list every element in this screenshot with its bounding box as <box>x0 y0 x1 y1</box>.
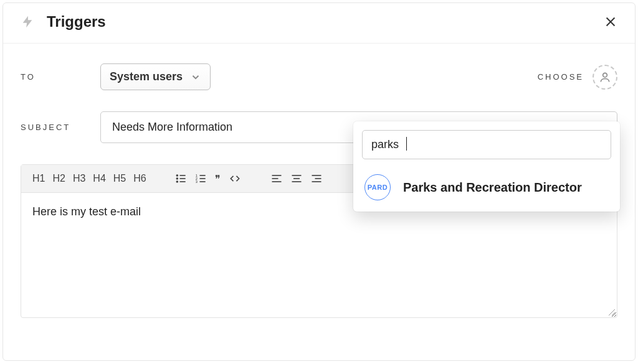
heading-5-button[interactable]: H5 <box>111 172 128 185</box>
heading-1-button[interactable]: H1 <box>30 172 47 185</box>
svg-point-3 <box>176 178 178 179</box>
user-search-result[interactable]: PARD Parks and Recreation Director <box>362 173 611 202</box>
code-button[interactable] <box>226 171 244 186</box>
numbered-list-button[interactable]: 123 <box>193 171 210 186</box>
svg-text:3: 3 <box>196 180 198 184</box>
result-label: Parks and Recreation Director <box>403 180 582 195</box>
heading-6-button[interactable]: H6 <box>131 172 148 185</box>
to-dropdown[interactable]: System users <box>100 63 211 90</box>
svg-point-5 <box>176 181 178 182</box>
result-avatar-badge: PARD <box>364 174 391 200</box>
user-search-popover: PARD Parks and Recreation Director <box>353 121 620 212</box>
subject-label: SUBJECT <box>21 123 100 132</box>
close-icon[interactable] <box>604 15 617 29</box>
svg-point-0 <box>603 73 607 77</box>
heading-3-button[interactable]: H3 <box>70 172 88 185</box>
panel-header: Triggers <box>3 3 635 44</box>
user-search-input[interactable] <box>362 130 611 159</box>
heading-4-button[interactable]: H4 <box>90 172 108 185</box>
heading-2-button[interactable]: H2 <box>50 172 67 185</box>
svg-point-1 <box>176 175 178 176</box>
bulleted-list-button[interactable] <box>173 171 190 186</box>
to-dropdown-value: System users <box>110 70 183 83</box>
to-label: TO <box>21 72 100 82</box>
bolt-icon <box>21 14 34 30</box>
page-title: Triggers <box>47 13 604 30</box>
align-left-button[interactable] <box>268 171 285 186</box>
editor-body[interactable]: Here is my test e-mail <box>21 193 617 317</box>
triggers-panel: Triggers TO System users CHOOSE SUBJECT <box>2 2 636 361</box>
choose-user-button[interactable] <box>593 65 617 90</box>
popover-search-wrap <box>362 130 611 159</box>
to-row: TO System users CHOOSE <box>21 63 617 90</box>
align-center-button[interactable] <box>288 171 305 186</box>
chevron-down-icon <box>190 72 201 83</box>
choose-block: CHOOSE <box>538 65 617 90</box>
blockquote-button[interactable]: ❞ <box>212 172 223 186</box>
align-right-button[interactable] <box>308 171 325 186</box>
choose-label: CHOOSE <box>538 72 584 82</box>
